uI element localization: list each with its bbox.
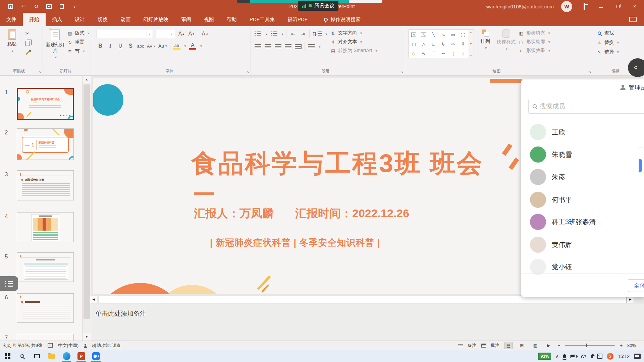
start-button[interactable] bbox=[0, 350, 15, 362]
member-search-input[interactable] bbox=[540, 103, 642, 110]
notes-placeholder[interactable]: 单击此处添加备注 bbox=[95, 309, 146, 318]
tab-design[interactable]: 设计 bbox=[68, 13, 91, 26]
undo-icon[interactable]: ↶ bbox=[20, 3, 27, 10]
accessibility-status[interactable]: 辅助功能: 调查 bbox=[92, 343, 121, 349]
tab-transitions[interactable]: 切换 bbox=[91, 13, 114, 26]
mute-all-button[interactable]: 全体静音 bbox=[628, 279, 644, 292]
tell-me-search[interactable]: 操作说明搜索 bbox=[324, 13, 361, 26]
slideshow-view-button[interactable]: ▶ bbox=[544, 342, 553, 349]
tab-insert[interactable]: 插入 bbox=[46, 13, 68, 26]
restore-button[interactable] bbox=[613, 3, 623, 9]
font-size-combobox[interactable]: ∨ bbox=[156, 30, 175, 38]
tab-slideshow[interactable]: 幻灯片放映 bbox=[137, 13, 175, 26]
thumbnail-slide-7[interactable] bbox=[17, 334, 74, 341]
shape-elbow-connector-icon[interactable]: ∟ bbox=[431, 42, 436, 47]
smartart-button[interactable]: ▤转换为 SmartArt∨ bbox=[330, 48, 377, 54]
shape-arrow-icon[interactable]: ↘ bbox=[441, 32, 445, 37]
slide-counter[interactable]: 幻灯片 第1张, 共9张 bbox=[3, 343, 42, 349]
bold-button[interactable]: B bbox=[97, 42, 104, 50]
slide-subtitle[interactable]: | 新冠肺炎症状科普 | 冬季安全知识科普 | bbox=[210, 237, 380, 249]
bullets-button[interactable] bbox=[254, 30, 262, 38]
member-list-toggle-button[interactable] bbox=[0, 276, 18, 291]
vertical-textbox-icon[interactable]: A bbox=[421, 33, 426, 37]
dialog-launcher-icon[interactable]: ↘ bbox=[589, 70, 591, 73]
scroll-down-button[interactable]: ▼ bbox=[83, 333, 91, 341]
shape-gallery[interactable]: A A ╲ ↘ ▭ ◯ ▢ △ ∟ ↳ ⇨ ⇩ ◇ ∿ ⌒ ∼ { bbox=[409, 29, 468, 58]
scrollbar-thumb[interactable] bbox=[639, 159, 642, 172]
edge-browser-button[interactable] bbox=[59, 350, 74, 362]
shape-right-arrow-icon[interactable]: ⇨ bbox=[451, 42, 455, 47]
font-color-button[interactable]: A bbox=[189, 42, 196, 50]
redo-icon[interactable]: ↻ bbox=[33, 3, 40, 10]
arrange-button[interactable]: 排列 ∨ bbox=[477, 29, 494, 67]
customize-toolbar-icon[interactable]: ∨ bbox=[71, 3, 78, 10]
shape-outline-button[interactable]: ▢形状轮廓∨ bbox=[518, 39, 550, 45]
scroll-down-icon[interactable]: ▼ bbox=[470, 43, 472, 46]
shape-elbow-arrow-icon[interactable]: ↳ bbox=[441, 42, 445, 47]
shape-scribble-icon[interactable]: ∿ bbox=[422, 51, 426, 56]
minimize-button[interactable] bbox=[596, 3, 606, 9]
taskbar-search-button[interactable] bbox=[15, 350, 30, 362]
shape-oval-icon[interactable]: ◯ bbox=[461, 32, 466, 37]
zoom-out-button[interactable]: − bbox=[558, 343, 560, 348]
notes-pane[interactable]: 单击此处添加备注 bbox=[91, 304, 644, 341]
account-email[interactable]: wanfenglin0108@outlook.com bbox=[486, 4, 554, 9]
scrollbar-thumb[interactable] bbox=[84, 84, 90, 319]
replace-button[interactable]: ab替换∨ bbox=[596, 40, 619, 46]
shape-right-brace-icon[interactable]: } bbox=[462, 51, 464, 56]
zoom-level[interactable]: 80% bbox=[627, 343, 636, 348]
member-row[interactable]: 王欣 bbox=[521, 122, 644, 142]
slide-byline[interactable]: 汇报人：万凤麟 汇报时间：2022.12.26 bbox=[194, 206, 409, 221]
tab-home[interactable]: 开始 bbox=[23, 13, 46, 26]
meeting-topbar-light-segment[interactable] bbox=[349, 0, 382, 3]
italic-button[interactable]: I bbox=[107, 42, 114, 50]
tab-view[interactable]: 视图 bbox=[198, 13, 220, 26]
tencent-meeting-taskbar-button[interactable] bbox=[89, 350, 103, 362]
start-slideshow-icon[interactable]: ▶ bbox=[46, 3, 52, 10]
battery-icon[interactable] bbox=[570, 355, 577, 358]
volume-icon[interactable] bbox=[591, 355, 593, 358]
wifi-icon[interactable] bbox=[581, 355, 586, 358]
tab-pdf-tools[interactable]: PDF工具集 bbox=[243, 13, 281, 26]
comments-toggle[interactable]: 批注 bbox=[491, 343, 499, 349]
justify-button[interactable] bbox=[284, 43, 292, 50]
thumbnail-slide-6[interactable] bbox=[17, 293, 74, 323]
microphone-icon[interactable] bbox=[563, 354, 566, 358]
tab-animations[interactable]: 动画 bbox=[114, 13, 137, 26]
save-icon[interactable] bbox=[7, 3, 14, 10]
scroll-up-icon[interactable]: ▲ bbox=[470, 31, 472, 34]
tab-file[interactable]: 文件 bbox=[0, 13, 23, 26]
scroll-up-button[interactable]: ▲ bbox=[83, 76, 91, 83]
thumbnail-slide-2[interactable]: — 1 新冠肺炎科普 bbox=[17, 128, 74, 160]
account-avatar[interactable]: W bbox=[561, 1, 572, 12]
task-view-button[interactable] bbox=[30, 350, 44, 362]
slide-sorter-view-button[interactable]: ⊞ bbox=[518, 342, 526, 349]
shape-triangle-icon[interactable]: △ bbox=[422, 42, 425, 47]
zoom-in-button[interactable]: + bbox=[620, 343, 623, 348]
thumbnail-slide-3[interactable]: 感染后特征症状 bbox=[17, 170, 74, 200]
reading-view-button[interactable]: ▥ bbox=[531, 342, 540, 349]
increase-indent-button[interactable]: ⇥ bbox=[299, 30, 307, 38]
new-document-icon[interactable] bbox=[58, 3, 65, 10]
tab-review[interactable]: 审阅 bbox=[175, 13, 198, 26]
copy-icon[interactable] bbox=[23, 40, 32, 47]
change-case-button[interactable]: Aa∨ bbox=[158, 42, 167, 50]
shape-gallery-scroll[interactable]: ▲ ▼ ▼ bbox=[468, 29, 474, 58]
meeting-tooltip[interactable]: 腾讯会议 bbox=[298, 1, 338, 11]
align-left-button[interactable] bbox=[254, 43, 262, 50]
cut-icon[interactable]: ✂ bbox=[23, 30, 32, 37]
notes-toggle[interactable]: 备注 bbox=[468, 343, 476, 349]
spellcheck-icon[interactable]: ✓ bbox=[48, 343, 53, 348]
find-button[interactable]: 查找 bbox=[596, 30, 619, 36]
thumbnail-slide-5[interactable] bbox=[17, 252, 74, 282]
section-button[interactable]: ≣节∨ bbox=[67, 48, 90, 54]
clear-formatting-button[interactable]: A◢ bbox=[201, 30, 208, 38]
member-row[interactable]: 黄伟辉 bbox=[521, 235, 644, 255]
character-spacing-button[interactable]: AV∨ bbox=[147, 42, 156, 50]
shrink-font-button[interactable]: A▼ bbox=[188, 30, 195, 38]
member-list-scrollbar[interactable] bbox=[638, 147, 642, 173]
shape-down-arrow-icon[interactable]: ⇩ bbox=[461, 42, 465, 47]
collapse-ribbon-icon[interactable]: ∧ bbox=[634, 70, 639, 77]
strikethrough-button[interactable]: abc bbox=[137, 42, 144, 50]
member-search-box[interactable] bbox=[528, 99, 644, 114]
